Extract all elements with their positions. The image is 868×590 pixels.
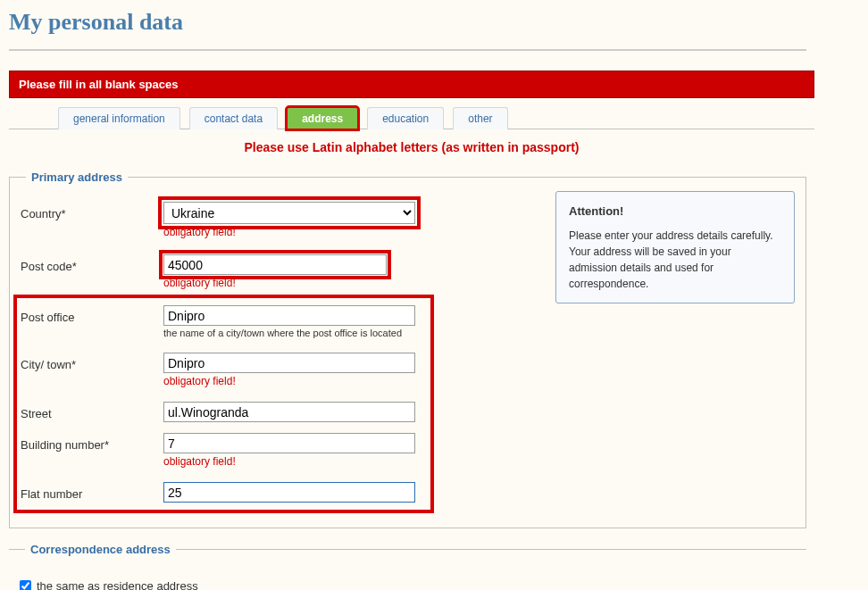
primary-address-fieldset: Primary address Attention! Please enter …: [9, 170, 806, 528]
post-office-hint: the name of a city/town where the post o…: [163, 328, 422, 338]
title-divider: [9, 49, 806, 51]
same-as-residence-checkbox[interactable]: [20, 580, 31, 590]
city-town-input[interactable]: [163, 353, 415, 373]
city-town-obligatory: obligatory field!: [163, 375, 422, 387]
post-code-label: Post code*: [21, 254, 163, 273]
attention-box: Attention! Please enter your address det…: [555, 191, 795, 303]
post-office-label: Post office: [21, 305, 163, 324]
post-code-obligatory: obligatory field!: [163, 277, 422, 289]
flat-number-label: Flat number: [21, 482, 163, 501]
street-input[interactable]: [163, 402, 415, 422]
street-label: Street: [21, 402, 163, 420]
country-label: Country*: [21, 202, 163, 220]
error-banner: Please fill in all blank spaces: [9, 71, 814, 98]
primary-address-legend: Primary address: [26, 170, 128, 184]
attention-title: Attention!: [569, 203, 781, 220]
correspondence-address-fieldset: Correspondence address the same as resid…: [9, 543, 806, 590]
city-town-label: City/ town*: [21, 353, 163, 371]
tab-education[interactable]: education: [367, 107, 444, 129]
country-obligatory: obligatory field!: [163, 226, 422, 238]
building-number-label: Building number*: [21, 433, 163, 452]
post-code-input[interactable]: [163, 254, 387, 275]
latin-alphabet-note: Please use Latin alphabet letters (as wr…: [9, 140, 814, 154]
tab-general-information[interactable]: general information: [58, 107, 180, 129]
building-number-obligatory: obligatory field!: [163, 455, 422, 468]
tab-contact-data[interactable]: contact data: [189, 107, 278, 129]
building-number-input[interactable]: [163, 433, 415, 453]
tab-address[interactable]: address: [287, 107, 358, 129]
country-select[interactable]: Ukraine: [163, 202, 415, 224]
tabs-row: general information contact data address…: [58, 107, 859, 129]
attention-text: Please enter your address details carefu…: [569, 228, 781, 292]
tab-other[interactable]: other: [453, 107, 507, 129]
page-title: My personal data: [9, 9, 859, 36]
same-as-residence-label: the same as residence address: [37, 579, 198, 590]
correspondence-address-legend: Correspondence address: [25, 543, 176, 556]
flat-number-input[interactable]: [163, 482, 415, 503]
post-office-input[interactable]: [163, 305, 415, 326]
